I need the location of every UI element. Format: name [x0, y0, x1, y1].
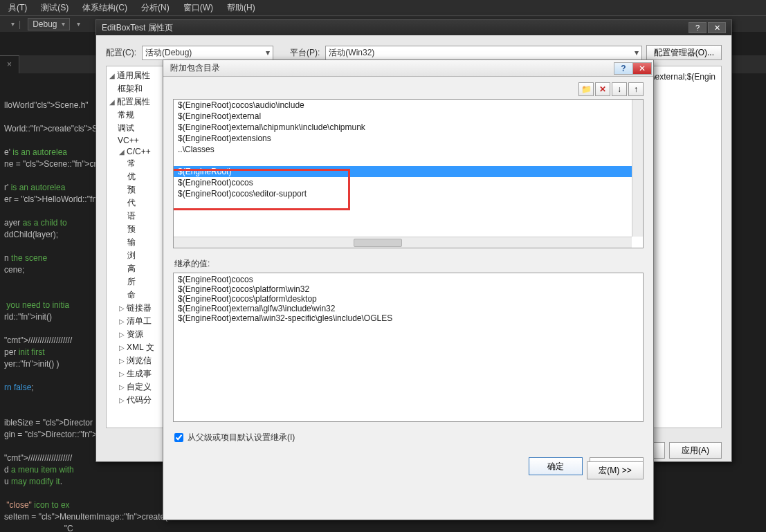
config-label: 配置(C):	[106, 47, 136, 59]
menu-window[interactable]: 窗口(W)	[176, 0, 220, 16]
inherited-list: $(EngineRoot)cocos$(EngineRoot)cocos\pla…	[173, 273, 644, 422]
move-up-icon[interactable]: ↑	[628, 82, 644, 96]
platform-combo[interactable]: 活动(Win32)▾	[325, 46, 641, 60]
list-item[interactable]: $(EngineRoot)cocos\editor-support	[174, 188, 643, 199]
list-item[interactable]: $(EngineRoot)external	[174, 111, 643, 122]
dialog-help-icon[interactable]: ?	[614, 62, 633, 75]
dialog-ok-button[interactable]: 确定	[529, 457, 583, 475]
inherit-item: $(EngineRoot)external\glfw3\include\win3…	[178, 304, 639, 313]
prop-titlebar[interactable]: EditBoxTest 属性页 ? ✕	[96, 20, 731, 35]
list-item[interactable]: $(EngineRoot)cocos	[174, 177, 643, 188]
dialog-title: 附加包含目录	[170, 62, 220, 74]
toolbar-sep1: ▾	[11, 20, 15, 28]
platform-label: 平台(P):	[290, 47, 320, 59]
menu-test[interactable]: 测试(S)	[34, 0, 75, 16]
menu-tools[interactable]: 具(T)	[1, 0, 34, 16]
help-btn[interactable]: ?	[689, 22, 706, 33]
inherited-label: 继承的值:	[174, 258, 644, 270]
move-down-icon[interactable]: ↓	[612, 82, 627, 96]
close-btn[interactable]: ✕	[708, 22, 726, 33]
delete-icon[interactable]: ✕	[595, 82, 610, 96]
inherit-item: $(EngineRoot)cocos\platform\win32	[178, 284, 639, 294]
list-toolbar: 📁 ✕ ↓ ↑	[173, 82, 644, 96]
macro-button[interactable]: 宏(M) >>	[587, 461, 644, 479]
dialog-close-icon[interactable]: ✕	[632, 62, 652, 75]
additional-include-dialog: 附加包含目录 ? ✕ 📁 ✕ ↓ ↑ $(EngineRoot)cocos\au…	[163, 59, 654, 520]
list-vscroll[interactable]	[632, 100, 643, 237]
list-hscroll[interactable]	[174, 237, 632, 248]
include-dirs-list[interactable]: $(EngineRoot)cocos\audio\include$(Engine…	[173, 99, 644, 248]
menu-help[interactable]: 帮助(H)	[220, 0, 262, 16]
list-item[interactable]: ..\Classes	[174, 144, 643, 155]
config-dropdown[interactable]: Debug▾	[28, 18, 69, 30]
list-item[interactable]: $(EngineRoot)external\chipmunk\include\c…	[174, 122, 643, 133]
toolbar-sep2: ▾	[77, 20, 80, 28]
inherit-item: $(EngineRoot)external\win32-specific\gle…	[178, 313, 639, 323]
list-item[interactable]	[174, 155, 643, 166]
inherit-item: $(EngineRoot)cocos\platform\desktop	[178, 294, 639, 304]
inherit-checkbox[interactable]	[174, 433, 183, 442]
menu-arch[interactable]: 体系结构(C)	[75, 0, 134, 16]
prop-title-text: EditBoxTest 属性页	[102, 22, 173, 34]
config-combo[interactable]: 活动(Debug)▾	[142, 46, 273, 60]
config-manager-button[interactable]: 配置管理器(O)...	[646, 45, 722, 60]
list-item[interactable]: $(EngineRoot)	[174, 166, 643, 177]
menu-analyze[interactable]: 分析(N)	[134, 0, 176, 16]
editor-tab[interactable]: ×	[0, 55, 19, 73]
dialog-titlebar[interactable]: 附加包含目录 ? ✕	[163, 60, 653, 77]
inherit-check-label: 从父级或项目默认设置继承(I)	[188, 432, 295, 443]
inherit-item: $(EngineRoot)cocos	[178, 275, 639, 284]
prop-apply-button[interactable]: 应用(A)	[669, 442, 722, 459]
main-menu: 具(T) 测试(S) 体系结构(C) 分析(N) 窗口(W) 帮助(H)	[0, 0, 766, 15]
list-item[interactable]: $(EngineRoot)extensions	[174, 133, 643, 144]
new-folder-icon[interactable]: 📁	[578, 82, 594, 96]
list-item[interactable]: $(EngineRoot)cocos\audio\include	[174, 100, 643, 111]
